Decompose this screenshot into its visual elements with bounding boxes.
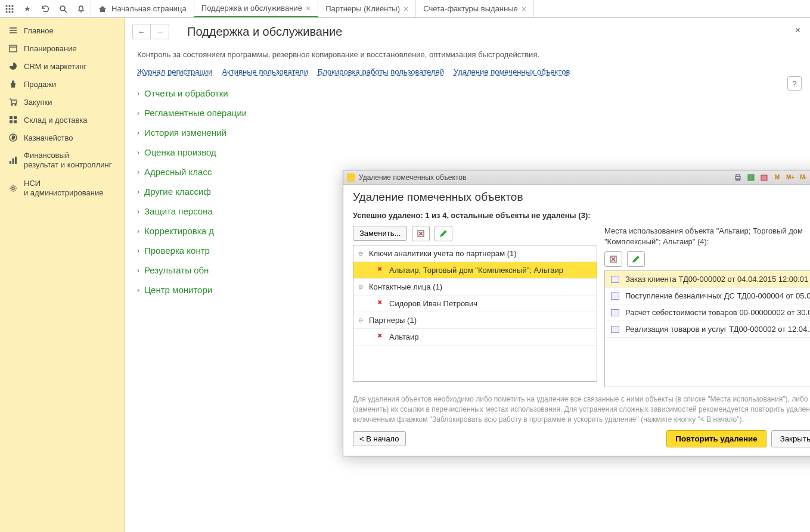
mark-delete-button[interactable] [412, 226, 430, 241]
nav-forward-button[interactable]: → [151, 24, 169, 39]
calendar-small-icon[interactable] [759, 173, 769, 182]
sidebar-item-label: Планирование [24, 44, 77, 53]
link-users[interactable]: Активные пользователи [222, 67, 308, 76]
sidebar-item-nsi[interactable]: НСИ и администрирование [0, 175, 125, 203]
svg-line-10 [64, 10, 67, 13]
chevron-right-icon: › [137, 266, 139, 275]
list-item[interactable]: Поступление безналичных ДС ТД00-000004 о… [605, 288, 810, 304]
tab-support[interactable]: Поддержка и обслуживание × [194, 0, 318, 17]
chevron-right-icon: › [137, 207, 139, 216]
calendar-icon [8, 43, 18, 53]
dialog-titlebar[interactable]: Удаление помеченных объектов M M+ M- ✕ [343, 170, 810, 185]
tab-invoices[interactable]: Счета-фактуры выданные × [416, 0, 534, 17]
svg-rect-24 [10, 161, 11, 164]
tab-label: Поддержка и обслуживание [201, 4, 302, 13]
svg-rect-26 [15, 157, 17, 164]
collapse-icon[interactable]: ⊖ [358, 317, 365, 323]
tree-group[interactable]: ⊖Ключи аналитики учета по партнерам (1) [353, 245, 597, 262]
back-button[interactable]: < В начало [353, 431, 406, 446]
help-button[interactable]: ? [787, 76, 802, 91]
section-item[interactable]: ›Отчеты и обработки [135, 83, 800, 103]
sidebar-item-crm[interactable]: CRM и маркетинг [0, 57, 125, 75]
history-icon[interactable] [41, 4, 50, 14]
svg-rect-20 [10, 120, 13, 123]
bell-icon[interactable] [76, 4, 86, 14]
edit-button[interactable] [627, 251, 645, 267]
svg-rect-21 [14, 120, 17, 123]
sidebar-item-main[interactable]: Главное [0, 21, 125, 39]
memory-m-button[interactable]: M [772, 173, 783, 182]
tree-item[interactable]: Альтаир [353, 329, 597, 346]
close-icon[interactable]: × [306, 4, 311, 13]
sidebar-item-treasury[interactable]: ₽ Казначейство [0, 129, 125, 147]
content-area: ← → Поддержка и обслуживание × Контроль … [125, 18, 810, 532]
svg-rect-19 [14, 116, 17, 119]
star-icon[interactable]: ★ [23, 4, 32, 14]
mark-delete-button[interactable] [604, 251, 622, 267]
list-item[interactable]: Заказ клиента ТД00-000002 от 04.04.2015 … [605, 271, 810, 288]
sidebar-item-label: Закупки [24, 98, 52, 107]
link-log[interactable]: Журнал регистрации [137, 67, 212, 76]
menu-icon [8, 26, 18, 35]
document-icon [611, 276, 619, 283]
sidebar-item-label: Финансовый результат и контроллинг [24, 151, 111, 170]
svg-rect-18 [10, 116, 13, 119]
section-item[interactable]: ›История изменений [135, 123, 800, 142]
link-block[interactable]: Блокировка работы пользователей [318, 67, 444, 76]
close-page-button[interactable]: × [795, 25, 800, 36]
sidebar-item-warehouse[interactable]: Склад и доставка [0, 111, 125, 129]
list-item[interactable]: Реализация товаров и услуг ТД00-000002 о… [605, 321, 810, 338]
svg-point-8 [11, 11, 13, 13]
calc-icon[interactable] [746, 173, 756, 182]
pie-icon [8, 61, 18, 71]
tree-item[interactable]: Сидоров Иван Петрович [353, 295, 597, 312]
dialog-status: Успешно удалено: 1 из 4, остальные объек… [353, 211, 810, 220]
collapse-icon[interactable]: ⊖ [358, 284, 365, 290]
svg-rect-25 [13, 158, 14, 164]
delete-mark-icon [377, 267, 386, 274]
svg-point-4 [8, 8, 10, 10]
memory-mplus-button[interactable]: M+ [785, 173, 796, 182]
tab-bar: Начальная страница Поддержка и обслужива… [91, 0, 534, 17]
sidebar-item-planning[interactable]: Планирование [0, 39, 125, 57]
print-icon[interactable] [733, 173, 743, 182]
section-item[interactable]: ›Регламентные операции [135, 103, 800, 123]
tab-home[interactable]: Начальная страница [91, 0, 194, 17]
sidebar-item-sales[interactable]: Продажи [0, 75, 125, 93]
link-delete[interactable]: Удаление помеченных объектов [454, 67, 570, 76]
objects-tree[interactable]: ⊖Ключи аналитики учета по партнерам (1) … [353, 245, 597, 382]
sidebar-item-purchases[interactable]: Закупки [0, 93, 125, 111]
edit-button[interactable] [435, 226, 452, 241]
section-item[interactable]: ›Оценка производ [135, 142, 800, 162]
delete-dialog: Удаление помеченных объектов M M+ M- ✕ У… [343, 170, 810, 456]
svg-rect-29 [736, 175, 740, 176]
dialog-window-title: Удаление помеченных объектов [359, 173, 466, 182]
close-icon[interactable]: × [522, 4, 526, 14]
tree-group[interactable]: ⊖Партнеры (1) [353, 312, 597, 329]
list-item[interactable]: Расчет себестоимости товаров 00-00000002… [605, 304, 810, 321]
chevron-right-icon: › [137, 168, 139, 176]
bars-icon [8, 155, 18, 165]
collapse-icon[interactable]: ⊖ [358, 250, 365, 257]
sidebar-item-label: НСИ и администрирование [24, 179, 103, 198]
apps-icon[interactable] [5, 4, 14, 14]
chevron-right-icon: › [137, 148, 139, 157]
sidebar-item-label: Продажи [24, 80, 56, 89]
nav-back-button[interactable]: ← [133, 24, 151, 39]
sidebar-item-finance[interactable]: Финансовый результат и контроллинг [0, 147, 125, 175]
ruble-icon: ₽ [8, 133, 18, 142]
dialog-title: Удаление помеченных объектов [353, 191, 810, 204]
close-icon[interactable]: × [404, 4, 408, 14]
memory-mminus-button[interactable]: M- [798, 173, 809, 182]
tree-group[interactable]: ⊖Контактные лица (1) [353, 279, 597, 295]
replace-button[interactable]: Заменить... [353, 226, 407, 241]
quick-links: Журнал регистрации Активные пользователи… [125, 67, 810, 83]
search-icon[interactable] [58, 4, 68, 14]
tab-partners[interactable]: Партнеры (Клиенты) × [318, 0, 416, 17]
chevron-right-icon: › [137, 109, 139, 117]
svg-point-5 [11, 8, 13, 10]
usages-list[interactable]: Заказ клиента ТД00-000002 от 04.04.2015 … [604, 270, 810, 387]
tree-item[interactable]: Альтаир; Торговый дом "Комплексный"; Аль… [353, 262, 597, 279]
close-button[interactable]: Закрыть [771, 430, 810, 447]
retry-delete-button[interactable]: Повторить удаление [666, 430, 766, 447]
